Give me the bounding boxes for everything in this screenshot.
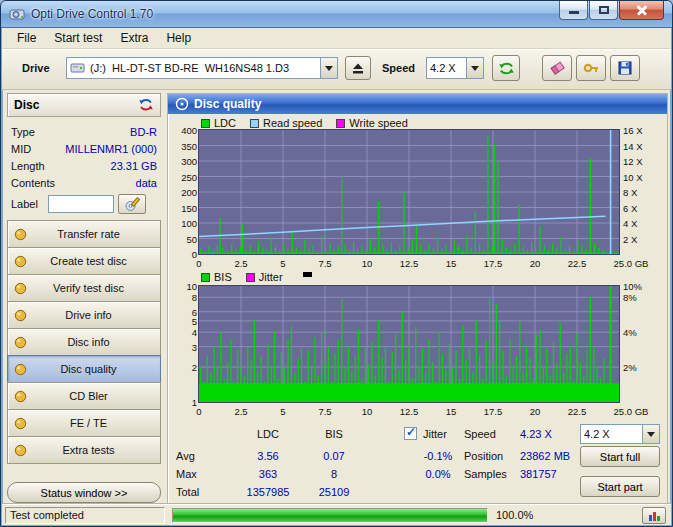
menu-item-help[interactable]: Help: [157, 28, 200, 48]
y-axis-tick-right: 8 X: [623, 187, 637, 198]
sidebar-item-label: Drive info: [27, 309, 160, 321]
avg-row-label: Avg: [176, 450, 195, 462]
status-message: Test completed: [5, 507, 165, 524]
total-ldc-value: 1357985: [228, 486, 308, 498]
app-icon: [9, 6, 25, 22]
y-axis-tick-left: 350: [171, 141, 197, 152]
position-value: 23862 MB: [520, 450, 570, 462]
chevron-down-icon[interactable]: [320, 58, 337, 78]
sidebar-item-label: FE / TE: [27, 417, 160, 429]
panel-title: Disc quality: [194, 97, 261, 111]
y-axis-tick-right: 10%: [623, 281, 642, 292]
label-input[interactable]: [48, 195, 114, 213]
status-chart-button[interactable]: [642, 507, 666, 524]
sidebar-item-label: CD Bler: [27, 390, 160, 402]
samples-label: Samples: [464, 468, 507, 480]
drive-info-icon: [14, 309, 27, 322]
y-axis-tick-left: 0: [171, 249, 197, 260]
chevron-down-icon[interactable]: [642, 425, 659, 443]
label-row: Label: [11, 193, 157, 215]
sidebar-item-label: Disc quality: [27, 363, 160, 375]
info-label: Contents: [11, 177, 55, 189]
ldc-swatch-icon: [201, 119, 210, 128]
x-axis-tick: 17.5: [484, 258, 503, 269]
chevron-down-icon[interactable]: [466, 58, 483, 78]
y-axis-tick-left: 300: [171, 156, 197, 167]
info-value: data: [136, 177, 157, 189]
sidebar-item-create-test-disc[interactable]: Create test disc: [7, 247, 161, 275]
menu-item-extra[interactable]: Extra: [111, 28, 157, 48]
panel-header: Disc quality: [168, 94, 667, 114]
start-part-button[interactable]: Start part: [580, 476, 660, 497]
maximize-button[interactable]: [589, 1, 618, 20]
titlebar[interactable]: Opti Drive Control 1.70: [1, 1, 672, 28]
sidebar-item-disc-quality[interactable]: Disc quality: [7, 355, 161, 383]
bis-swatch-icon: [201, 273, 210, 282]
sidebar-item-label: Disc info: [27, 336, 160, 348]
write-speed-swatch-icon: [336, 119, 345, 128]
menu-item-file[interactable]: File: [8, 28, 45, 48]
status-bar: Test completed 100.0%: [2, 504, 671, 525]
chart2-legend: BISJitter: [201, 271, 312, 283]
drive-select-value: (J:) HL-DT-ST BD-RE WH16NS48 1.D3: [87, 62, 320, 74]
refresh-disc-icon[interactable]: [138, 98, 154, 112]
y-axis-tick-right: 14 X: [623, 141, 643, 152]
legend-item-ldc: LDC: [201, 117, 236, 129]
y-axis-tick-left: 150: [171, 203, 197, 214]
info-label: MID: [11, 143, 31, 155]
sidebar-item-verify-test-disc[interactable]: Verify test disc: [7, 274, 161, 302]
disc-quality-icon: [14, 363, 27, 376]
minimize-button[interactable]: [559, 1, 588, 20]
x-axis-tick: 15: [446, 406, 457, 417]
total-bis-value: 25109: [304, 486, 364, 498]
legend-item-write-speed: Write speed: [336, 117, 408, 129]
sidebar-item-cd-bler[interactable]: CD Bler: [7, 382, 161, 410]
edit-label-button[interactable]: [118, 194, 146, 214]
sidebar-item-drive-info[interactable]: Drive info: [7, 301, 161, 329]
disc-panel-title: Disc: [14, 98, 39, 112]
x-axis-tick: 7.5: [318, 406, 331, 417]
y-axis-tick-left: 50: [171, 234, 197, 245]
legend-item-bis: BIS: [201, 271, 232, 283]
speed-select-toolbar[interactable]: 4.2 X: [426, 57, 484, 79]
legend-label: LDC: [214, 117, 236, 129]
progress-bar: [172, 508, 488, 523]
y-axis-tick-left: 4: [171, 327, 197, 338]
sidebar-item-label: Transfer rate: [27, 228, 160, 240]
jitter-swatch-icon: [246, 273, 255, 282]
eject-button[interactable]: [345, 56, 371, 80]
disc-info-icon: [14, 336, 27, 349]
cd-bler-icon: [14, 390, 27, 403]
jitter-checkbox[interactable]: ✓: [404, 427, 417, 440]
close-button[interactable]: [619, 1, 664, 20]
sidebar-item-extra-tests[interactable]: Extra tests: [7, 436, 161, 464]
start-full-button[interactable]: Start full: [580, 446, 660, 467]
sidebar-item-label: Extra tests: [27, 444, 160, 456]
sidebar-item-disc-info[interactable]: Disc info: [7, 328, 161, 356]
sidebar-item-transfer-rate[interactable]: Transfer rate: [7, 220, 161, 248]
y-axis-tick-left: 400: [171, 125, 197, 136]
menu-item-start-test[interactable]: Start test: [45, 28, 111, 48]
save-button[interactable]: [610, 55, 640, 81]
license-key-button[interactable]: [576, 55, 606, 81]
sidebar-item-fe-te[interactable]: FE / TE: [7, 409, 161, 437]
bis-chart-plot: [198, 285, 620, 403]
jitter-checkbox-label: Jitter: [423, 428, 447, 440]
mini-chart-icon: [648, 510, 661, 522]
drive-select[interactable]: (J:) HL-DT-ST BD-RE WH16NS48 1.D3: [66, 57, 338, 79]
progress-fill: [173, 509, 487, 522]
legend-label: Read speed: [263, 117, 322, 129]
info-value: BD-R: [130, 126, 157, 138]
disc-info-row-type: TypeBD-R: [11, 123, 157, 140]
erase-disc-button[interactable]: [542, 55, 572, 81]
speed-select[interactable]: 4.2 X: [580, 424, 660, 444]
avg-jitter-value: -0.1%: [408, 450, 468, 462]
refresh-button[interactable]: [492, 55, 520, 81]
x-axis-tick: 20: [530, 406, 541, 417]
label-field-label: Label: [11, 198, 38, 210]
status-window-button[interactable]: Status window >>: [7, 482, 161, 503]
avg-ldc-value: 3.56: [228, 450, 308, 462]
y-axis-tick-right: 2%: [623, 362, 637, 373]
info-label: Length: [11, 160, 45, 172]
key-icon: [583, 60, 600, 76]
